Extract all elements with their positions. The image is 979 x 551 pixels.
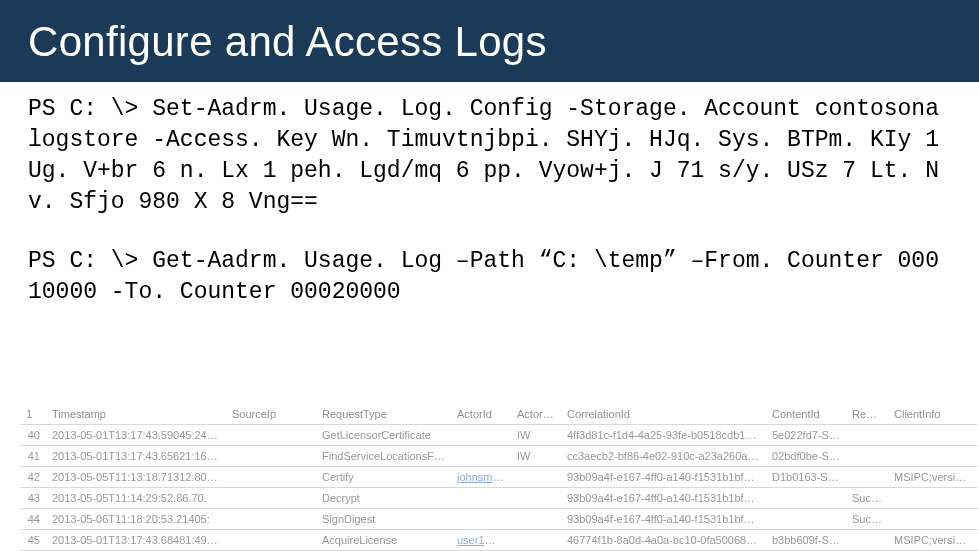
- cell-contentid: [766, 509, 846, 530]
- cell-requesttype: GetLicensorCertificate: [316, 425, 451, 446]
- cell-actortype: [511, 467, 561, 488]
- cell-sourceip: [226, 425, 316, 446]
- col-index: 1: [20, 404, 46, 425]
- log-table-body: 40 2013-05-01T13:17:43.59045:24.10.69 Ge…: [20, 425, 978, 551]
- title-bar: Configure and Access Logs: [0, 0, 979, 82]
- col-clientinfo: ClientInfo: [888, 404, 978, 425]
- cell-result: [846, 467, 888, 488]
- cell-timestamp: 2013-05-06T11:18:20:53.21405:: [46, 509, 226, 530]
- cell-actortype: [511, 530, 561, 551]
- cell-clientinfo: MSIPC;version=1.0.621.1/63;AppName=P0: [888, 467, 978, 488]
- cell-requesttype: AcquireLicense: [316, 530, 451, 551]
- cell-sourceip: [226, 509, 316, 530]
- cell-requesttype: FindServiceLocationsForUser: [316, 446, 451, 467]
- cell-requesttype: Decrypt: [316, 488, 451, 509]
- col-result: Result: [846, 404, 888, 425]
- cell-correlationid: 93b09a4f-e167-4ff0-a140-f1531b1bf072: [561, 509, 766, 530]
- cell-actortype: IW: [511, 425, 561, 446]
- content-area: PS C: \> Set-Aadrm. Usage. Log. Config -…: [0, 82, 979, 364]
- cell-actortype: IW: [511, 446, 561, 467]
- code-block-set-config: PS C: \> Set-Aadrm. Usage. Log. Config -…: [28, 94, 951, 218]
- cell-result: [846, 530, 888, 551]
- cell-sourceip: [226, 530, 316, 551]
- cell-correlationid: 93b09a4f-e167-4ff0-a140-f1531b1bf072: [561, 467, 766, 488]
- table-row: 40 2013-05-01T13:17:43.59045:24.10.69 Ge…: [20, 425, 978, 446]
- user-link[interactable]: johnsmith@: [457, 471, 511, 483]
- cell-contentid: D1b0163-Success: [766, 467, 846, 488]
- cell-sourceip: [226, 467, 316, 488]
- col-contentid: ContentId: [766, 404, 846, 425]
- cell-requesttype: Certify: [316, 467, 451, 488]
- table-row: 41 2013-05-01T13:17:43.65621:162.81.232.…: [20, 446, 978, 467]
- cell-sourceip: [226, 446, 316, 467]
- col-requesttype: RequestType: [316, 404, 451, 425]
- col-timestamp: Timestamp: [46, 404, 226, 425]
- table-row: 42 2013-05-05T11:13:18.71312.80.50:247.2…: [20, 467, 978, 488]
- cell-correlationid: 4ff3d81c-f1d4-4a25-93fe-b0518cdb1bf1: [561, 425, 766, 446]
- cell-contentid: b3bb609f-Success: [766, 530, 846, 551]
- cell-requesttype: SignDigest: [316, 509, 451, 530]
- cell-sourceip: [226, 488, 316, 509]
- cell-clientinfo: [888, 488, 978, 509]
- cell-timestamp: 2013-05-05T11:14:29:52.86.70.: [46, 488, 226, 509]
- log-table: 1 Timestamp SourceIp RequestType ActorId…: [20, 404, 978, 551]
- log-table-wrap: 1 Timestamp SourceIp RequestType ActorId…: [0, 404, 979, 551]
- cell-clientinfo: MSIPC;version=1.0.621.118;AppName=M: [888, 530, 978, 551]
- col-actorid: ActorId: [451, 404, 511, 425]
- cell-index: 44: [20, 509, 46, 530]
- cell-contentid: 02bdf0be-Success: [766, 446, 846, 467]
- cell-timestamp: 2013-05-01T13:17:43.65621:162.81.232.17: [46, 446, 226, 467]
- col-actortype: ActorType: [511, 404, 561, 425]
- cell-clientinfo: [888, 446, 978, 467]
- cell-result: Success: [846, 488, 888, 509]
- cell-actorid: johnsmith@: [451, 467, 511, 488]
- cell-actorid: user1@phill: [451, 530, 511, 551]
- user-link[interactable]: user1@phill: [457, 534, 511, 546]
- slide-title: Configure and Access Logs: [28, 18, 951, 66]
- table-row: 45 2013-05-01T13:17:43.68481:49.208.48.6…: [20, 530, 978, 551]
- cell-index: 45: [20, 530, 46, 551]
- slide: Configure and Access Logs PS C: \> Set-A…: [0, 0, 979, 551]
- cell-result: [846, 446, 888, 467]
- cell-actorid: [451, 509, 511, 530]
- cell-clientinfo: [888, 509, 978, 530]
- cell-timestamp: 2013-05-01T13:17:43.68481:49.208.48.60.: [46, 530, 226, 551]
- cell-index: 40: [20, 425, 46, 446]
- cell-result: Success: [846, 509, 888, 530]
- cell-actorid: [451, 446, 511, 467]
- code-block-get-log: PS C: \> Get-Aadrm. Usage. Log –Path “C:…: [28, 246, 951, 308]
- cell-actorid: [451, 425, 511, 446]
- cell-index: 41: [20, 446, 46, 467]
- cell-actortype: [511, 488, 561, 509]
- cell-timestamp: 2013-05-01T13:17:43.59045:24.10.69: [46, 425, 226, 446]
- cell-index: 42: [20, 467, 46, 488]
- spacer: [0, 364, 979, 404]
- cell-clientinfo: [888, 425, 978, 446]
- cell-actortype: [511, 509, 561, 530]
- cell-result: [846, 425, 888, 446]
- cell-timestamp: 2013-05-05T11:13:18.71312.80.50:247.222.…: [46, 467, 226, 488]
- log-table-header-row: 1 Timestamp SourceIp RequestType ActorId…: [20, 404, 978, 425]
- cell-correlationid: 46774f1b-8a0d-4a0a-bc10-0fa50068eb8: [561, 530, 766, 551]
- col-correlationid: CorrelationId: [561, 404, 766, 425]
- cell-contentid: 5e022fd7-Success: [766, 425, 846, 446]
- cell-index: 43: [20, 488, 46, 509]
- cell-correlationid: 93b09a4f-e167-4ff0-a140-f1531b1bf072: [561, 488, 766, 509]
- table-row: 44 2013-05-06T11:18:20:53.21405: SignDig…: [20, 509, 978, 530]
- col-sourceip: SourceIp: [226, 404, 316, 425]
- cell-correlationid: cc3aecb2-bf86-4e02-910c-a23a260af258: [561, 446, 766, 467]
- table-row: 43 2013-05-05T11:14:29:52.86.70. Decrypt…: [20, 488, 978, 509]
- cell-contentid: [766, 488, 846, 509]
- cell-actorid: [451, 488, 511, 509]
